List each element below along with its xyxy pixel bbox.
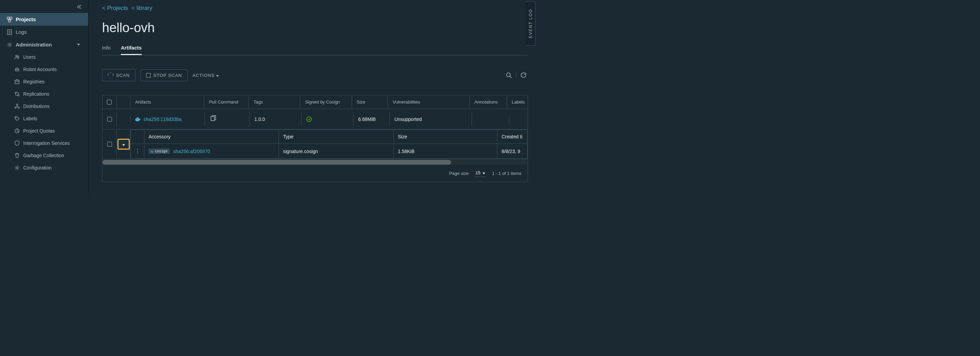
horizontal-scrollbar[interactable]: [102, 160, 528, 165]
sidebar-item-replications[interactable]: Replications: [0, 88, 88, 100]
sidebar-item-garbage[interactable]: Garbage Collection: [0, 149, 88, 161]
sidebar-item-label: Logs: [16, 29, 27, 35]
stop-scan-button[interactable]: STOP SCAN: [140, 69, 188, 81]
sidebar-item-projects[interactable]: Projects: [0, 13, 88, 26]
event-log-toggle[interactable]: EVENT LOG: [526, 2, 535, 46]
divider: [516, 72, 516, 78]
tabs: Info Artifacts: [102, 45, 528, 55]
artifact-link[interactable]: sha256:118d33ba: [135, 117, 182, 122]
stop-icon: [146, 73, 151, 78]
header-labels[interactable]: Labels: [507, 95, 528, 109]
chevron-down-icon: [482, 170, 485, 175]
header-tags[interactable]: Tags: [248, 95, 300, 109]
robot-icon: [14, 67, 20, 72]
refresh-button[interactable]: [519, 71, 528, 80]
svg-point-16: [16, 117, 16, 118]
toolbar: SCAN STOP SCAN ACTIONS: [102, 69, 528, 81]
page-size-select[interactable]: 15: [474, 169, 487, 177]
sidebar-item-interrogation[interactable]: Interrogation Services: [0, 137, 88, 149]
header-size[interactable]: Size: [352, 95, 388, 109]
svg-rect-23: [137, 118, 137, 118]
svg-point-11: [15, 92, 16, 93]
page-size-label: Page size: [449, 171, 468, 176]
logs-icon: [7, 29, 12, 35]
table-header: Artifacts Pull Command Tags Signed by Co…: [102, 95, 528, 109]
svg-point-9: [18, 69, 18, 70]
quota-icon: [14, 128, 20, 134]
sidebar-item-project-quotas[interactable]: Project Quotas: [0, 125, 88, 137]
sidebar-item-distributions[interactable]: Distributions: [0, 100, 88, 112]
event-log-label: EVENT LOG: [528, 9, 533, 38]
sidebar-item-users[interactable]: Users: [0, 51, 88, 63]
breadcrumb: < Projects < library: [102, 5, 535, 12]
svg-rect-20: [135, 118, 136, 119]
svg-point-12: [18, 95, 19, 96]
row-checkbox[interactable]: [107, 142, 112, 147]
tab-artifacts[interactable]: Artifacts: [121, 45, 142, 55]
main-content: < Projects < library hello-ovh Info Arti…: [88, 0, 535, 195]
sidebar-item-label: Registries: [23, 79, 45, 85]
chevron-down-icon: [122, 141, 125, 147]
replications-icon: [14, 91, 20, 97]
sidebar-item-logs[interactable]: Logs: [0, 26, 88, 38]
page-size-value: 15: [476, 170, 480, 175]
row-checkbox[interactable]: [107, 117, 112, 121]
stop-scan-label: STOP SCAN: [153, 73, 182, 78]
signed-check-icon: [306, 117, 312, 122]
sidebar-item-labels[interactable]: Labels: [0, 112, 88, 125]
sidebar-item-label: Distributions: [23, 104, 49, 109]
header-created[interactable]: Created ti: [498, 130, 527, 144]
svg-rect-2: [8, 20, 11, 22]
sidebar-item-label: Labels: [23, 116, 37, 121]
docker-icon: [135, 117, 141, 122]
projects-icon: [7, 17, 12, 22]
row-actions-menu[interactable]: [135, 148, 140, 155]
header-artifacts[interactable]: Artifacts: [130, 95, 205, 109]
search-button[interactable]: [504, 71, 513, 80]
sidebar-item-configuration[interactable]: Configuration: [0, 161, 88, 174]
sidebar-item-label: Project Quotas: [23, 128, 55, 134]
copy-pull-command[interactable]: [210, 115, 216, 123]
artifacts-table: Artifacts Pull Command Tags Signed by Co…: [102, 95, 528, 182]
trash-icon: [14, 153, 20, 158]
svg-point-18: [16, 167, 18, 169]
cosign-badge: ↘ cosign: [148, 148, 170, 154]
sidebar-collapse-button[interactable]: [0, 2, 88, 13]
page-title: hello-ovh: [102, 21, 535, 35]
header-acc-size[interactable]: Size: [394, 130, 498, 144]
scan-button[interactable]: SCAN: [102, 69, 135, 81]
sidebar-item-label: Configuration: [23, 165, 52, 171]
select-all-checkbox[interactable]: [107, 100, 112, 105]
sidebar-item-label: Interrogation Services: [23, 140, 70, 146]
sidebar-item-registries[interactable]: Registries: [0, 75, 88, 88]
expand-toggle[interactable]: [118, 139, 130, 150]
cell-size: 6.68MiB: [353, 112, 390, 126]
tab-info[interactable]: Info: [102, 45, 111, 55]
header-type[interactable]: Type: [279, 130, 394, 144]
sidebar-item-label: Projects: [16, 16, 36, 22]
header-pull-command[interactable]: Pull Command: [204, 95, 248, 109]
chevron-down-icon: [76, 42, 81, 48]
header-signed[interactable]: Signed by Cosign: [300, 95, 352, 109]
sidebar-item-robot-accounts[interactable]: Robot Accounts: [0, 63, 88, 75]
search-icon: [506, 72, 512, 78]
svg-point-6: [18, 56, 19, 57]
header-annotations[interactable]: Annotations: [469, 95, 507, 109]
actions-label: ACTIONS: [192, 73, 215, 78]
refresh-icon: [520, 72, 527, 78]
header-vuln[interactable]: Vulnerabilities: [388, 95, 469, 109]
svg-point-5: [16, 55, 18, 57]
breadcrumb-projects[interactable]: < Projects: [102, 5, 128, 12]
cell-tags: 1.0.0: [250, 112, 302, 126]
actions-dropdown[interactable]: ACTIONS: [192, 73, 219, 78]
accessory-row: ↘ cosign sha256:af206970 signature.cosig…: [131, 144, 527, 158]
scrollbar-thumb[interactable]: [102, 160, 451, 165]
sidebar-admin-group[interactable]: Administration: [0, 38, 88, 51]
cell-acc-size: 1.58KiB: [394, 144, 498, 158]
breadcrumb-library[interactable]: < library: [132, 5, 152, 12]
chevron-double-left-icon: [76, 4, 82, 10]
cell-acc-created: 8/8/23, 9: [498, 144, 527, 158]
accessory-hash-link[interactable]: sha256:af206970: [173, 148, 210, 154]
header-accessory[interactable]: Accessory: [145, 130, 279, 144]
pagination-range: 1 - 1 of 1 items: [492, 171, 522, 176]
